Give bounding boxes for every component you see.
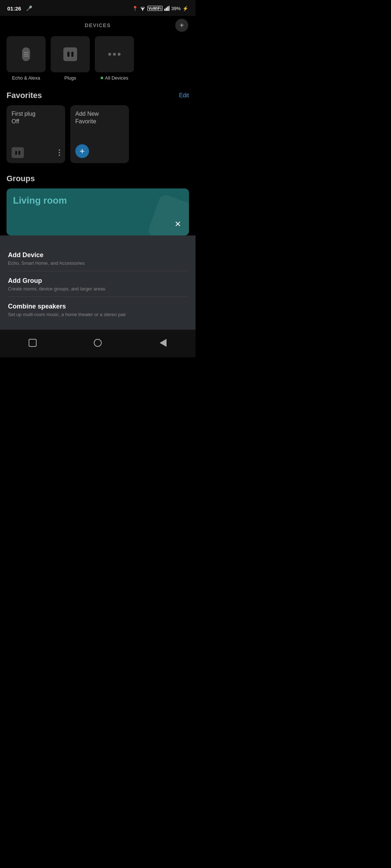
signal-icon	[164, 6, 169, 11]
page-header: DEVICES +	[0, 16, 196, 33]
first-plug-menu-button[interactable]	[59, 149, 60, 156]
plug-small-icon	[12, 147, 24, 158]
add-group-title: Add Group	[8, 277, 188, 285]
add-device-title: Add Device	[8, 251, 188, 259]
svg-rect-2	[166, 8, 167, 11]
favorites-title: Favorites	[7, 91, 42, 100]
add-button[interactable]: +	[175, 19, 188, 32]
category-all-devices[interactable]: All Devices	[95, 36, 134, 81]
back-icon	[160, 339, 167, 347]
status-icons: 📍 VoWiFi 39% ⚡	[132, 6, 188, 11]
echo-icon	[22, 47, 30, 61]
first-plug-bottom	[12, 147, 60, 158]
add-group-subtitle: Create rooms, device groups, and larger …	[8, 286, 188, 292]
category-all-label: All Devices	[101, 75, 128, 81]
combine-speakers-subtitle: Set up multi-room music, a home theater …	[8, 312, 188, 317]
add-favorite-title: Add NewFavorite	[75, 110, 124, 125]
add-favorite-card[interactable]: Add NewFavorite +	[70, 105, 129, 163]
nav-recents-button[interactable]	[25, 335, 41, 351]
svg-point-0	[142, 10, 143, 10]
favorites-row: First plugOff Add NewFavorite +	[0, 105, 196, 170]
category-plugs-box	[51, 36, 90, 72]
category-echo-label: Echo & Alexa	[12, 75, 40, 81]
dots-icon	[108, 53, 121, 56]
favorite-card-first-plug[interactable]: First plugOff	[7, 105, 65, 163]
location-icon: 📍	[132, 6, 138, 11]
wifi-icon	[140, 6, 146, 11]
living-room-title: Living room	[13, 195, 67, 206]
navigation-bar	[0, 329, 196, 357]
living-room-card[interactable]: Living room ✕	[7, 188, 189, 235]
nav-home-button[interactable]	[90, 335, 106, 351]
status-time: 01:26	[7, 5, 21, 12]
plug-icon	[63, 47, 77, 61]
status-bar: 01:26 🎤 📍 VoWiFi 39% ⚡	[0, 0, 196, 16]
category-plugs-label: Plugs	[64, 75, 76, 81]
add-icon: +	[180, 21, 184, 30]
svg-rect-3	[167, 7, 168, 11]
add-favorite-plus-icon: +	[80, 146, 85, 156]
svg-rect-1	[164, 9, 165, 11]
category-echo[interactable]: Echo & Alexa	[7, 36, 46, 81]
device-categories: Echo & Alexa Plugs All Devices	[0, 33, 196, 87]
groups-title: Groups	[7, 174, 189, 183]
battery-charging-icon: ⚡	[182, 6, 188, 11]
category-all-box	[95, 36, 134, 72]
online-dot	[101, 77, 103, 79]
favorites-header: Favorites Edit	[0, 87, 196, 105]
add-device-item[interactable]: Add Device Echo, Smart Home, and Accesso…	[8, 246, 188, 271]
recents-icon	[29, 339, 37, 347]
bottom-sheet: Add Device Echo, Smart Home, and Accesso…	[0, 235, 196, 329]
page-title: DEVICES	[85, 22, 111, 28]
first-plug-title: First plugOff	[12, 110, 60, 125]
close-button[interactable]: ✕	[172, 218, 184, 230]
svg-rect-4	[169, 6, 169, 11]
add-group-item[interactable]: Add Group Create rooms, device groups, a…	[8, 271, 188, 297]
add-device-subtitle: Echo, Smart Home, and Accessories	[8, 260, 188, 266]
favorites-edit-button[interactable]: Edit	[179, 92, 189, 99]
nav-back-button[interactable]	[155, 335, 171, 351]
combine-speakers-title: Combine speakers	[8, 303, 188, 310]
combine-speakers-item[interactable]: Combine speakers Set up multi-room music…	[8, 297, 188, 322]
groups-section: Groups Living room ✕	[0, 170, 196, 235]
add-favorite-button[interactable]: +	[75, 144, 89, 158]
close-icon: ✕	[175, 220, 181, 229]
category-echo-box	[7, 36, 46, 72]
battery-percentage: 39%	[171, 6, 181, 11]
mic-icon: 🎤	[26, 5, 32, 11]
vowifi-icon: VoWiFi	[147, 6, 163, 11]
home-icon	[94, 339, 102, 347]
all-devices-text: All Devices	[105, 75, 128, 81]
category-plugs[interactable]: Plugs	[51, 36, 90, 81]
